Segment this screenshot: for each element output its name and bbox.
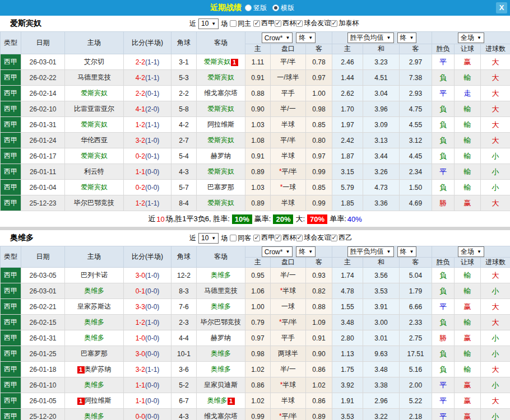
- avg-draw-cell: 3.56: [363, 268, 400, 283]
- odds-away-cell: 0.80: [306, 133, 332, 148]
- win-rate-badge: 10%: [232, 214, 252, 224]
- bookmaker-select[interactable]: Crow*▼: [262, 246, 293, 257]
- league-filter-checkbox[interactable]: 西甲: [253, 18, 275, 28]
- checkbox-unchecked-icon[interactable]: [230, 20, 237, 27]
- fulltime-score: 3-0: [136, 272, 145, 279]
- checkbox-checked-icon[interactable]: [253, 235, 260, 241]
- same-venue-checkbox[interactable]: 同主: [230, 19, 251, 29]
- odds-home-cell: 0.86: [245, 377, 271, 393]
- home-team-name: 奥维多: [84, 412, 104, 420]
- avg-draw-cell: 2.96: [363, 393, 400, 409]
- date-cell: 26-01-18: [21, 362, 65, 377]
- odds-away-cell: 1.02: [306, 377, 332, 393]
- fulltime-select[interactable]: 全场▼: [458, 246, 484, 257]
- checkbox-checked-icon[interactable]: [253, 20, 260, 27]
- result-goals-value: 小: [492, 183, 499, 192]
- result-winloss-cell: 負: [432, 283, 455, 299]
- handicap-cell: 半球: [271, 148, 306, 164]
- layout-vertical-option[interactable]: 竖版: [245, 3, 267, 13]
- avg-away-cell: 4.45: [400, 148, 432, 164]
- avg-away-cell: 2.93: [400, 86, 432, 101]
- odds-home-cell: 0.89: [245, 195, 271, 211]
- match-count-select[interactable]: 10▼: [198, 18, 219, 29]
- odds-stage-select[interactable]: 终▼: [296, 32, 316, 43]
- avg-stage-select[interactable]: 终▼: [397, 32, 417, 43]
- avg-type-select[interactable]: 胜平负均值▼: [347, 246, 394, 257]
- away-team-cell: 奥维多: [197, 346, 245, 362]
- home-team-cell: 爱斯宾奴: [65, 117, 124, 133]
- corners-cell: 6-7: [171, 393, 197, 409]
- close-button[interactable]: X: [496, 2, 507, 13]
- fulltime-score: 1-2: [136, 319, 145, 326]
- home-team-name: 爱斯宾奴: [81, 152, 108, 160]
- league-filter-checkbox[interactable]: 加泰杯: [331, 18, 359, 28]
- match-row: 西甲26-02-22马德里竞技4-2(1-1)5-3爱斯宾奴0.91一/球半0.…: [1, 70, 510, 86]
- section-bar-espanyol: 爱斯宾奴 近 10▼ 场 同主 西甲西杯球会友谊加泰杯: [0, 16, 510, 31]
- avg-type-select[interactable]: 胜平负均值▼: [347, 32, 394, 43]
- sub-handicap: 盘口: [271, 44, 306, 54]
- league-cell: 西甲: [1, 315, 21, 330]
- handicap-cell: 平手: [271, 330, 306, 346]
- handicap-value: 半球: [281, 152, 295, 160]
- checkbox-unchecked-icon[interactable]: [230, 235, 237, 241]
- result-handicap-cell: 輸: [455, 70, 481, 86]
- date-cell: 25-12-23: [21, 195, 65, 211]
- result-handicap-cell: 赢: [455, 54, 481, 70]
- titlebar: 近期战绩 竖版 横版 X: [0, 0, 510, 16]
- same-venue-checkbox[interactable]: 同客: [230, 234, 251, 243]
- date-cell: 26-01-05: [21, 393, 65, 409]
- avg-stage-select[interactable]: 终▼: [397, 246, 417, 257]
- league-filter-checkbox[interactable]: 球会友谊: [296, 233, 331, 242]
- handicap-cell: *一球: [271, 180, 306, 195]
- home-team-name: 奥维多: [84, 287, 104, 295]
- handicap-value: 平/半: [282, 412, 297, 420]
- away-team-name: 爱斯宾奴: [207, 105, 234, 113]
- league-filter-checkbox[interactable]: 西甲: [253, 233, 275, 242]
- score-cell: 1-2(1-0): [124, 315, 171, 330]
- home-team-cell: 爱斯宾奴: [65, 148, 124, 164]
- league-cell: 西甲: [1, 393, 21, 409]
- checkbox-checked-icon[interactable]: [296, 235, 303, 241]
- fulltime-select[interactable]: 全场▼: [458, 32, 484, 43]
- league-filter-label: 球会友谊: [304, 233, 331, 242]
- away-team-cell: 爱斯宾奴1: [197, 54, 245, 70]
- league-filter-checkbox[interactable]: 球会友谊: [296, 18, 331, 28]
- handicap-cell: *平/半: [271, 409, 306, 420]
- layout-horizontal-option[interactable]: 横版: [272, 3, 294, 13]
- result-winloss-value: 平: [439, 412, 447, 420]
- odds-home-cell: 1.11: [245, 54, 271, 70]
- league-filter-checkbox[interactable]: 西乙: [331, 233, 352, 242]
- home-team-cell: 艾尔切: [65, 54, 124, 70]
- checkbox-checked-icon[interactable]: [331, 235, 337, 241]
- checkbox-checked-icon[interactable]: [331, 20, 337, 27]
- result-goals-cell: 大: [481, 362, 510, 377]
- fulltime-score: 4-1: [136, 105, 145, 113]
- away-team-cell: 爱斯宾奴: [197, 164, 245, 180]
- handicap-value: 两球半: [278, 349, 298, 357]
- odds-stage-select[interactable]: 终▼: [296, 246, 316, 257]
- odds-away-cell: 0.93: [306, 268, 332, 283]
- radio-unselected-icon[interactable]: [245, 4, 252, 11]
- halftime-score: (0-0): [145, 168, 159, 176]
- league-filter-checkbox[interactable]: 西杯: [275, 233, 296, 242]
- bookmaker-select[interactable]: Crow*▼: [262, 32, 293, 43]
- match-flag-badge: 1: [228, 398, 235, 405]
- chevron-down-icon: ▼: [285, 35, 290, 40]
- col-date: 日期: [21, 32, 65, 54]
- result-goals-value: 大: [492, 271, 499, 279]
- checkbox-checked-icon[interactable]: [275, 20, 281, 27]
- fulltime-score: 0-1: [136, 287, 145, 295]
- halftime-score: (0-0): [145, 381, 159, 389]
- checkbox-checked-icon[interactable]: [275, 235, 281, 241]
- league-filter-checkbox[interactable]: 西杯: [275, 18, 296, 28]
- score-cell: 3-2(1-1): [124, 362, 171, 377]
- corners-cell: 8-3: [171, 283, 197, 299]
- away-team-name: 马德里竞技: [204, 287, 238, 295]
- match-count-select[interactable]: 10▼: [198, 233, 219, 244]
- checkbox-checked-icon[interactable]: [296, 20, 303, 27]
- avg-away-cell: 1.50: [400, 180, 432, 195]
- odds-home-cell: 1.03: [245, 180, 271, 195]
- match-row: 西甲26-01-24华伦西亚3-2(1-0)2-7爱斯宾奴1.08平/半0.80…: [1, 133, 510, 148]
- corners-cell: 5-2: [171, 377, 197, 393]
- radio-selected-icon[interactable]: [272, 4, 279, 11]
